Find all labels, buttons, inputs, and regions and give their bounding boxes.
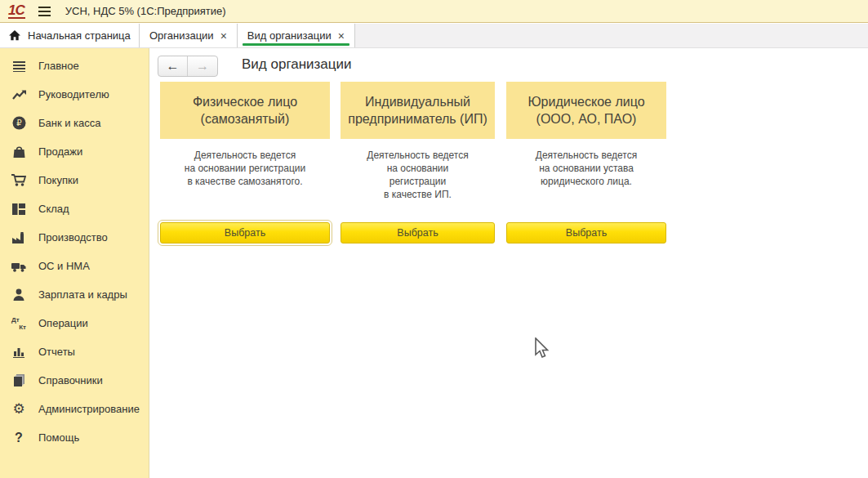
gear-icon: ⚙ [11,402,27,417]
card-header: Индивидуальный предприниматель (ИП) [341,82,495,139]
home-icon [9,30,20,41]
sidebar-item-administrirovanie[interactable]: ⚙ Администрирование [0,395,149,423]
tab-label: Вид организации [247,29,332,42]
person-icon [11,288,27,302]
history-nav: ← → [158,56,218,77]
sidebar-item-label: Зарплата и кадры [38,288,127,301]
menu-lines-icon [11,59,27,74]
shopping-cart-icon [11,173,27,188]
sidebar-item-label: Производство [38,231,108,243]
sidebar-item-sklad[interactable]: Склад [0,194,149,223]
svg-text:₽: ₽ [16,118,22,127]
sidebar-item-prodazhi[interactable]: Продажи [0,137,149,166]
main-menu-icon[interactable] [38,7,51,16]
app-title: УСН, НДС 5% (1С:Предприятие) [65,5,226,17]
tab-label: Организации [149,29,214,42]
sidebar-item-label: Помощь [38,431,79,444]
sidebar-item-otchety[interactable]: Отчеты [0,337,149,366]
card-entrepreneur-ip: Индивидуальный предприниматель (ИП) Деят… [341,82,495,243]
sidebar-item-label: Банк и касса [38,117,101,129]
sidebar-item-glavnoe[interactable]: Главное [0,51,149,80]
close-icon[interactable]: × [338,30,345,42]
select-button-legal[interactable]: Выбрать [506,222,666,243]
tab-strip: Начальная страница Организации × Вид орг… [0,24,868,48]
truck-icon [11,259,27,274]
main-content: ← → Вид организации Физическое лицо (сам… [150,48,868,478]
sidebar-item-proizvodstvo[interactable]: Производство [0,223,149,252]
sidebar-item-os-nma[interactable]: ОС и НМА [0,252,149,280]
forward-button[interactable]: → [188,56,217,76]
home-tab-label: Начальная страница [28,29,131,42]
sidebar-item-label: Справочники [38,374,103,386]
sidebar-item-label: Руководителю [38,88,109,101]
warehouse-icon [11,202,27,217]
title-bar: 1С УСН, НДС 5% (1С:Предприятие) [0,0,868,23]
card-header: Физическое лицо (самозанятый) [160,82,330,139]
sidebar-item-label: Склад [38,203,69,215]
card-individual-selfemployed: Физическое лицо (самозанятый) Деятельнос… [160,82,330,243]
page-title: Вид организации [242,56,352,73]
card-description: Деятельность ведется на основании устава… [506,149,666,188]
sidebar-item-label: Главное [38,60,79,72]
book-icon [11,373,27,388]
sidebar-item-label: Покупки [38,174,78,186]
tab-organization-kind[interactable]: Вид организации × [238,24,355,47]
sidebar-item-label: Операции [38,317,88,329]
sidebar-item-label: Администрирование [38,403,140,415]
select-button-ip[interactable]: Выбрать [341,222,495,243]
card-description: Деятельность ведется на основании регист… [160,149,330,188]
select-button-selfemployed[interactable]: Выбрать [160,222,330,243]
bar-chart-icon [11,345,27,360]
organization-kind-cards: Физическое лицо (самозанятый) Деятельнос… [160,82,666,243]
card-header: Юридическое лицо (ООО, АО, ПАО) [506,82,666,139]
sidebar-item-pomosch[interactable]: ? Помощь [0,423,149,452]
1c-logo-icon: 1С [8,3,25,19]
sidebar-item-label: Продажи [38,145,82,158]
sidebar-item-zarplata-kadry[interactable]: Зарплата и кадры [0,280,149,309]
tab-organizations[interactable]: Организации × [140,24,238,47]
debit-credit-icon: ДтКт [11,316,27,331]
sidebar-item-rukovoditelyu[interactable]: Руководителю [0,80,149,109]
ruble-coin-icon: ₽ [11,116,27,131]
sidebar-item-bank-kassa[interactable]: ₽ Банк и касса [0,109,149,137]
factory-icon [11,230,27,245]
sidebar-item-label: Отчеты [38,346,75,358]
sidebar: Главное Руководителю ₽ Банк и касса Прод… [0,48,149,478]
shopping-bag-icon [11,145,27,159]
close-icon[interactable]: × [220,30,227,42]
back-button[interactable]: ← [158,56,188,76]
card-legal-entity: Юридическое лицо (ООО, АО, ПАО) Деятельн… [506,82,666,243]
card-description: Деятельность ведется на основании регист… [341,149,495,201]
sidebar-item-spravochniki[interactable]: Справочники [0,366,149,395]
sidebar-item-pokupki[interactable]: Покупки [0,166,149,194]
sidebar-item-label: ОС и НМА [38,260,90,272]
trend-up-icon [11,87,27,102]
sidebar-item-operacii[interactable]: ДтКт Операции [0,309,149,337]
question-icon: ? [11,431,27,445]
home-tab[interactable]: Начальная страница [0,24,140,47]
